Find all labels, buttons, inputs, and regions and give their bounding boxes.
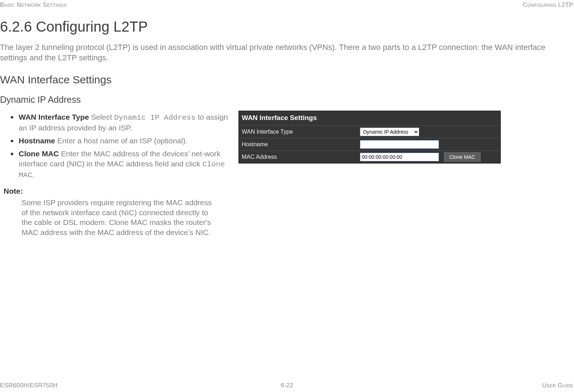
footer-right: User Guide — [542, 382, 573, 389]
footer-left: ESR600H/ESR750H — [0, 382, 57, 389]
list-item-clone-mac: Clone MAC Enter the MAC address of the d… — [11, 149, 230, 180]
header-right: Configuring L2TP — [523, 1, 573, 9]
page-footer: ESR600H/ESR750H 6-22 User Guide — [0, 382, 574, 389]
panel-row-hostname: Hostname — [239, 138, 500, 151]
page-title: 6.2.6 Configuring L2TP — [0, 19, 574, 35]
wan-type-code: Dynamic IP Address — [114, 114, 196, 122]
clonemac-post: . — [32, 170, 34, 179]
panel-row-wan-type: WAN Interface Type Dynamic IP Address — [239, 125, 500, 138]
list-item-hostname: Hostname Enter a host name of an ISP (op… — [11, 136, 230, 146]
panel-wan-type-label: WAN Interface Type — [239, 129, 359, 135]
note-label: Note: — [4, 187, 230, 195]
wan-type-label: WAN Interface Type — [19, 113, 89, 121]
panel-mac-label: MAC Address — [239, 154, 359, 160]
list-item-wan-type: WAN Interface Type Select Dynamic IP Add… — [11, 112, 230, 133]
clonemac-label: Clone MAC — [19, 149, 59, 158]
intro-paragraph: The layer 2 tunneling protocol (L2TP) is… — [0, 42, 574, 63]
header-left: Basic Network Settings — [0, 1, 67, 9]
hostname-desc: Enter a host name of an ISP (optional). — [55, 137, 188, 145]
wan-settings-panel: WAN Interface Settings WAN Interface Typ… — [239, 111, 501, 163]
wan-heading: WAN Interface Settings — [0, 74, 574, 86]
panel-title: WAN Interface Settings — [239, 111, 500, 125]
note-block: Note: Some ISP providers require registe… — [4, 187, 230, 238]
wan-interface-type-select[interactable]: Dynamic IP Address — [360, 128, 419, 136]
hostname-input[interactable] — [360, 140, 439, 149]
clone-mac-button[interactable]: Clone MAC — [444, 152, 481, 162]
panel-row-mac: MAC Address Clone MAC — [239, 151, 500, 163]
footer-center: 6-22 — [281, 382, 293, 389]
page-header: Basic Network Settings Configuring L2TP — [0, 0, 574, 9]
note-body: Some ISP providers require registering t… — [22, 198, 216, 238]
wan-type-pre: Select — [89, 113, 114, 121]
hostname-label: Hostname — [19, 137, 55, 145]
mac-address-input[interactable] — [360, 153, 439, 161]
panel-hostname-label: Hostname — [239, 141, 359, 148]
feature-list: WAN Interface Type Select Dynamic IP Add… — [11, 112, 230, 180]
dynamic-ip-heading: Dynamic IP Address — [0, 94, 574, 105]
